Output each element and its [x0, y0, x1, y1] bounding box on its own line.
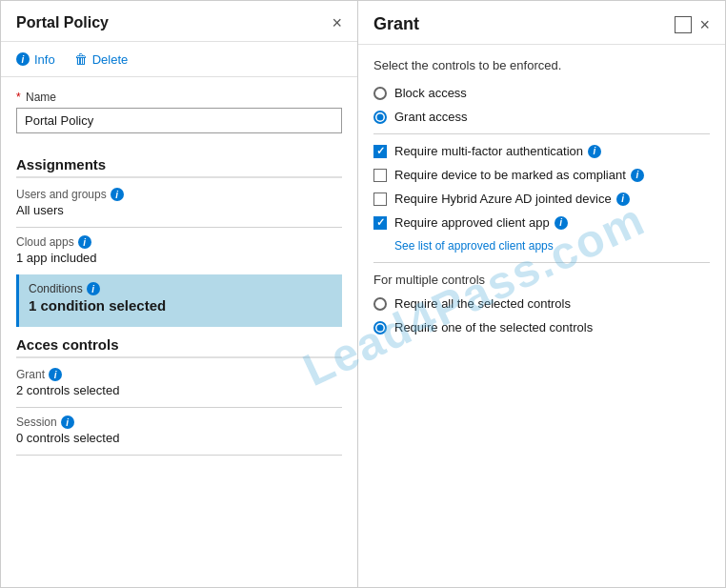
users-label: Users and groups i [16, 188, 342, 201]
users-info-icon[interactable]: i [111, 188, 124, 201]
require-one-radio[interactable] [373, 321, 387, 335]
app-container: Portal Policy × i Info 🗑 Delete * Name A… [0, 0, 726, 588]
approved-app-info-icon[interactable]: i [555, 216, 568, 230]
conditions-value: 1 condition selected [29, 297, 333, 314]
right-panel-title: Grant [373, 14, 419, 34]
mfa-label: Require multi-factor authentication i [394, 144, 601, 158]
session-label: Session i [16, 416, 342, 429]
delete-button[interactable]: 🗑 Delete [74, 51, 129, 67]
right-close-button[interactable]: × [699, 16, 710, 33]
grant-access-radio[interactable] [373, 111, 387, 124]
device-compliant-label: Require device to be marked as compliant… [394, 168, 644, 182]
require-all-radio[interactable] [373, 297, 387, 311]
delete-label: Delete [92, 52, 129, 67]
mfa-row[interactable]: ✓ Require multi-factor authentication i [373, 144, 710, 158]
conditions-info-icon[interactable]: i [87, 282, 100, 295]
require-one-row[interactable]: Require one of the selected controls [373, 320, 710, 335]
cloud-apps-info-icon[interactable]: i [78, 235, 91, 249]
device-compliant-row[interactable]: Require device to be marked as compliant… [373, 168, 710, 182]
approved-app-checkbox[interactable]: ✓ [373, 216, 387, 230]
grant-label: Grant i [16, 368, 342, 381]
delete-icon: 🗑 [74, 51, 88, 67]
grant-access-row[interactable]: Grant access [373, 110, 710, 124]
block-access-radio[interactable] [373, 87, 387, 100]
required-star: * [16, 91, 21, 104]
block-access-row[interactable]: Block access [373, 86, 710, 100]
grant-access-label: Grant access [394, 110, 468, 124]
cloud-apps-value: 1 app included [16, 251, 342, 265]
info-icon: i [16, 52, 30, 66]
users-value: All users [16, 203, 342, 217]
approved-app-row[interactable]: ✓ Require approved client app i [373, 215, 710, 230]
cloud-apps-subsection: Cloud apps i 1 app included [16, 235, 342, 265]
require-one-label: Require one of the selected controls [394, 320, 593, 335]
session-info-icon[interactable]: i [61, 416, 74, 429]
mfa-info-icon[interactable]: i [588, 145, 601, 158]
access-controls-section-title: Acces controls [16, 336, 342, 358]
divider-2 [16, 407, 342, 408]
hybrid-ad-info-icon[interactable]: i [616, 193, 630, 206]
conditions-label: Conditions i [29, 282, 333, 295]
require-all-row[interactable]: Require all the selected controls [373, 296, 710, 311]
name-input[interactable] [16, 108, 342, 133]
sep-2 [373, 262, 710, 263]
info-label: Info [34, 52, 55, 67]
right-subtitle: Select the controls to be enforced. [373, 58, 710, 72]
name-field-label: * Name [16, 91, 342, 104]
divider-1 [16, 227, 342, 228]
left-panel: Portal Policy × i Info 🗑 Delete * Name A… [1, 1, 358, 587]
mfa-checkbox[interactable]: ✓ [373, 145, 387, 158]
grant-info-icon[interactable]: i [49, 368, 62, 381]
maximize-icon[interactable] [675, 16, 692, 33]
approved-app-label: Require approved client app i [394, 215, 568, 230]
hybrid-ad-checkbox[interactable] [373, 193, 387, 206]
right-panel: Grant × Select the controls to be enforc… [358, 1, 725, 587]
hybrid-ad-row[interactable]: Require Hybrid Azure AD jointed device i [373, 192, 710, 206]
hybrid-ad-label: Require Hybrid Azure AD jointed device i [394, 192, 630, 206]
users-subsection: Users and groups i All users [16, 188, 342, 217]
session-subsection: Session i 0 controls selected [16, 416, 342, 445]
approved-apps-link[interactable]: See list of approved client apps [394, 239, 710, 253]
block-access-label: Block access [394, 86, 467, 100]
grant-subsection: Grant i 2 controls selected [16, 368, 342, 397]
device-compliant-checkbox[interactable] [373, 169, 387, 182]
left-panel-title: Portal Policy [16, 14, 109, 31]
left-close-button[interactable]: × [332, 14, 342, 31]
conditions-row[interactable]: Conditions i 1 condition selected [16, 274, 342, 327]
right-header: Grant × [358, 1, 725, 45]
right-body: Select the controls to be enforced. Bloc… [358, 45, 725, 587]
device-compliant-info-icon[interactable]: i [631, 169, 644, 182]
assignments-section-title: Assignments [16, 156, 342, 178]
require-all-label: Require all the selected controls [394, 296, 571, 311]
right-header-buttons: × [675, 16, 710, 33]
sep-1 [373, 133, 710, 134]
divider-3 [16, 455, 342, 456]
session-value: 0 controls selected [16, 431, 342, 445]
grant-value: 2 controls selected [16, 383, 342, 397]
multiple-controls-label: For multiple controls [373, 273, 710, 287]
left-toolbar: i Info 🗑 Delete [1, 42, 357, 77]
left-body: * Name Assignments Users and groups i Al… [1, 77, 357, 587]
cloud-apps-label: Cloud apps i [16, 235, 342, 249]
left-header: Portal Policy × [1, 1, 357, 42]
info-button[interactable]: i Info [16, 52, 55, 67]
